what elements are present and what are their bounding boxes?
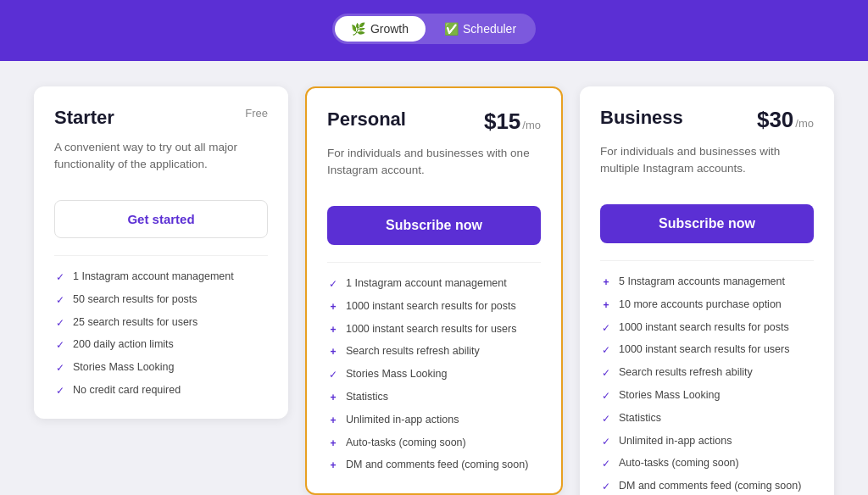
plus-icon bbox=[327, 345, 339, 359]
header: 🌿 Growth ✅ Scheduler bbox=[0, 0, 868, 61]
tab-scheduler[interactable]: ✅ Scheduler bbox=[427, 16, 533, 42]
check-icon bbox=[54, 338, 66, 353]
plan-starter-price-badge: Free bbox=[245, 107, 268, 120]
list-item: 1 Instagram account management bbox=[327, 276, 541, 292]
plan-business-amount: $30 bbox=[757, 107, 793, 133]
list-item: 25 search results for users bbox=[54, 315, 268, 331]
list-item: Search results refresh ability bbox=[600, 365, 814, 381]
tab-growth[interactable]: 🌿 Growth bbox=[335, 16, 426, 42]
check-icon bbox=[600, 412, 612, 426]
get-started-button[interactable]: Get started bbox=[54, 200, 268, 238]
list-item: 1000 instant search results for users bbox=[600, 342, 814, 358]
list-item: Auto-tasks (coming soon) bbox=[600, 456, 814, 471]
check-icon bbox=[54, 384, 66, 398]
plan-starter-name: Starter bbox=[54, 107, 114, 129]
list-item: No credit card required bbox=[54, 383, 268, 398]
check-icon bbox=[54, 361, 66, 375]
list-item: Stories Mass Looking bbox=[327, 367, 541, 382]
check-icon bbox=[600, 389, 612, 403]
plan-personal: Personal $15 /mo For individuals and bus… bbox=[305, 86, 563, 495]
list-item: 5 Instagram accounts management bbox=[600, 275, 814, 290]
plan-personal-description: For individuals and businesses with one … bbox=[327, 145, 541, 189]
plan-personal-name: Personal bbox=[327, 108, 406, 131]
check-icon bbox=[600, 343, 612, 358]
plus-icon bbox=[327, 459, 339, 473]
plan-business-features: 5 Instagram accounts management 10 more … bbox=[600, 275, 814, 494]
plans-container: Starter Free A convenient way to try out… bbox=[0, 61, 868, 495]
plus-icon bbox=[327, 414, 339, 428]
list-item: Statistics bbox=[600, 411, 814, 426]
plan-starter-features: 1 Instagram account management 50 search… bbox=[54, 270, 268, 398]
check-icon bbox=[600, 366, 612, 381]
plan-starter-header: Starter Free bbox=[54, 107, 268, 129]
plan-business-description: For individuals and businesses with mult… bbox=[600, 143, 814, 187]
list-item: DM and comments feed (coming soon) bbox=[327, 458, 541, 473]
check-icon bbox=[600, 457, 612, 471]
plan-business-name: Business bbox=[600, 107, 683, 129]
check-icon bbox=[54, 316, 66, 331]
plan-personal-price: $15 /mo bbox=[484, 108, 541, 135]
list-item: 10 more accounts purchase option bbox=[600, 298, 814, 313]
check-circle-icon: ✅ bbox=[444, 22, 458, 36]
check-icon bbox=[54, 270, 66, 285]
tab-scheduler-label: Scheduler bbox=[463, 22, 516, 36]
plus-icon bbox=[600, 275, 612, 290]
plus-icon bbox=[327, 300, 339, 314]
subscribe-business-button[interactable]: Subscribe now bbox=[600, 204, 814, 243]
check-icon bbox=[600, 321, 612, 336]
plan-starter: Starter Free A convenient way to try out… bbox=[34, 86, 288, 419]
list-item: 1 Instagram account management bbox=[54, 270, 268, 285]
plan-personal-header: Personal $15 /mo bbox=[327, 108, 541, 135]
tab-growth-label: Growth bbox=[370, 22, 409, 36]
list-item: Stories Mass Looking bbox=[600, 388, 814, 403]
subscribe-personal-button[interactable]: Subscribe now bbox=[327, 206, 541, 245]
check-icon bbox=[600, 480, 612, 494]
plus-icon bbox=[327, 437, 339, 451]
plan-business-price: $30 /mo bbox=[757, 107, 814, 133]
plan-starter-description: A convenient way to try out all major fu… bbox=[54, 139, 268, 183]
plan-personal-divider bbox=[327, 262, 541, 263]
plan-personal-features: 1 Instagram account management 1000 inst… bbox=[327, 276, 541, 473]
list-item: 1000 instant search results for posts bbox=[327, 299, 541, 314]
plan-starter-divider bbox=[54, 255, 268, 256]
list-item: Unlimited in-app actions bbox=[327, 413, 541, 428]
plus-icon bbox=[600, 298, 612, 313]
check-icon bbox=[54, 293, 66, 308]
plan-business: Business $30 /mo For individuals and bus… bbox=[580, 86, 834, 495]
tab-switcher: 🌿 Growth ✅ Scheduler bbox=[332, 14, 536, 44]
list-item: Statistics bbox=[327, 390, 541, 405]
plus-icon bbox=[327, 391, 339, 405]
list-item: Unlimited in-app actions bbox=[600, 434, 814, 449]
check-icon bbox=[327, 368, 339, 382]
check-icon bbox=[600, 435, 612, 449]
leaf-icon: 🌿 bbox=[352, 22, 365, 36]
list-item: 1000 instant search results for posts bbox=[600, 320, 814, 336]
list-item: Stories Mass Looking bbox=[54, 360, 268, 375]
plan-business-period: /mo bbox=[795, 117, 814, 130]
plan-business-divider bbox=[600, 260, 814, 261]
plan-business-header: Business $30 /mo bbox=[600, 107, 814, 133]
plus-icon bbox=[327, 323, 339, 337]
list-item: DM and comments feed (coming soon) bbox=[600, 479, 814, 494]
list-item: Search results refresh ability bbox=[327, 344, 541, 359]
list-item: 200 daily action limits bbox=[54, 337, 268, 353]
list-item: 50 search results for posts bbox=[54, 292, 268, 308]
list-item: Auto-tasks (coming soon) bbox=[327, 436, 541, 451]
plan-personal-amount: $15 bbox=[484, 108, 520, 135]
list-item: 1000 instant search results for users bbox=[327, 322, 541, 337]
plan-personal-period: /mo bbox=[522, 119, 541, 131]
check-icon bbox=[327, 277, 339, 292]
